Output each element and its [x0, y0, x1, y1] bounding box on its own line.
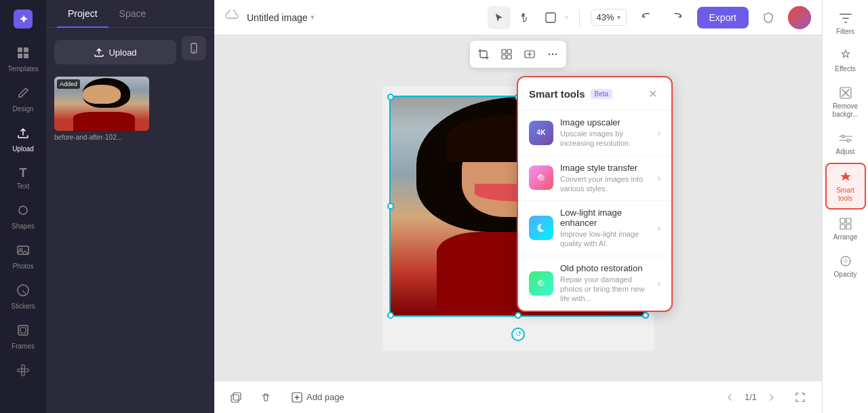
right-tool-filters[interactable]: Filters [825, 5, 866, 41]
panel-tabs: Project Space [46, 0, 214, 28]
add-page-label: Add page [307, 392, 344, 402]
select-tool-button[interactable] [488, 6, 511, 29]
export-button[interactable]: Export [697, 7, 749, 28]
svg-rect-35 [846, 224, 851, 229]
zoom-control[interactable]: 43% ▾ [591, 9, 627, 26]
restore-name: Old photo restoration [560, 263, 650, 273]
svg-point-4 [19, 206, 27, 214]
frame-tool-button[interactable] [539, 6, 562, 29]
thumbnail-area: Added before-and-after-102... [54, 77, 206, 141]
effects-label: Effects [835, 65, 855, 73]
redo-button[interactable] [666, 6, 689, 29]
app-logo[interactable]: ✦ [14, 9, 33, 28]
upscaler-arrow: › [657, 127, 660, 138]
delete-button[interactable] [255, 387, 277, 408]
cloud-icon [225, 10, 239, 24]
opacity-icon [838, 254, 853, 269]
hand-tool-button[interactable] [513, 6, 536, 29]
style-transfer-desc: Convert your images into various styles. [560, 174, 650, 194]
effects-icon [838, 48, 853, 63]
logo-area[interactable]: ✦ [9, 5, 37, 33]
handle-mid-left[interactable] [387, 203, 394, 210]
prev-page-button[interactable] [720, 388, 739, 407]
frames-label: Frames [12, 342, 35, 350]
upload-row: Upload [54, 36, 206, 68]
svg-rect-0 [18, 47, 22, 52]
user-avatar[interactable] [788, 6, 811, 29]
style-arrow: › [657, 172, 660, 183]
right-tool-adjust[interactable]: Adjust [825, 125, 866, 161]
copy-frame-button[interactable] [225, 387, 247, 408]
style-transfer-text: Image style transfer Convert your images… [560, 163, 650, 194]
svg-rect-2 [18, 54, 22, 58]
right-tool-smart-tools[interactable]: Smart tools [825, 163, 866, 210]
sidebar-item-templates[interactable]: Templates [4, 41, 42, 78]
upscaler-text: Image upscaler Upscale images by increas… [560, 117, 650, 149]
next-page-button[interactable] [762, 388, 781, 407]
upload-icon [16, 126, 30, 143]
sidebar-item-text[interactable]: T Text [4, 161, 42, 195]
svg-rect-23 [231, 395, 239, 402]
svg-rect-24 [233, 393, 241, 400]
right-tool-remove-bg[interactable]: Remove backgr... [825, 80, 866, 124]
main-area: Untitled image ▾ ▾ [214, 0, 822, 413]
handle-bottom-right[interactable] [642, 312, 649, 319]
tab-space[interactable]: Space [108, 0, 157, 27]
svg-rect-33 [846, 218, 851, 223]
tab-project[interactable]: Project [57, 0, 108, 27]
smart-tool-upscaler[interactable]: 4K Image upscaler Upscale images by incr… [518, 111, 671, 156]
upload-btn-icon [94, 47, 104, 58]
frame-caret-icon: ▾ [565, 14, 568, 21]
canvas-wrapper: Page 1 [214, 35, 822, 380]
page-navigation: 1/1 [720, 388, 781, 407]
sidebar-item-frames[interactable]: Frames [4, 318, 42, 355]
sidebar-item-shapes[interactable]: Shapes [4, 198, 42, 235]
shield-button[interactable] [757, 6, 780, 29]
right-tool-opacity[interactable]: Opacity [825, 248, 866, 284]
sidebar-item-photos[interactable]: Photos [4, 238, 42, 275]
lowlight-desc: Improve low-light image quality with AI. [560, 229, 650, 249]
handle-bottom-left[interactable] [387, 312, 394, 319]
undo-button[interactable] [635, 6, 658, 29]
style-transfer-name: Image style transfer [560, 163, 650, 173]
sidebar-item-stickers[interactable]: Stickers [4, 278, 42, 315]
right-tool-arrange[interactable]: Arrange [825, 211, 866, 247]
lowlight-text: Low-light image enhancer Improve low-lig… [560, 208, 650, 249]
arrange-icon [838, 216, 853, 231]
upscaler-icon: 4K [529, 121, 553, 145]
close-smart-tools-button[interactable]: ✕ [644, 85, 660, 102]
svg-point-20 [552, 54, 553, 55]
zoom-value: 43% [597, 12, 614, 22]
text-label: Text [17, 182, 29, 190]
sidebar-item-upload[interactable]: Upload [4, 121, 42, 158]
frames-icon [16, 323, 30, 340]
document-title[interactable]: Untitled image ▾ [247, 12, 315, 23]
svg-rect-14 [502, 50, 506, 54]
handle-top-left[interactable] [387, 94, 394, 100]
smart-tool-style-transfer[interactable]: Image style transfer Convert your images… [518, 156, 671, 201]
sidebar-item-more[interactable] [4, 358, 42, 386]
top-bar: Untitled image ▾ ▾ [214, 0, 822, 35]
add-page-button[interactable]: Add page [285, 388, 351, 407]
panel-area: Project Space Upload [46, 0, 214, 413]
rotate-handle[interactable]: ↺ [511, 328, 525, 341]
smart-tool-lowlight[interactable]: Low-light image enhancer Improve low-lig… [518, 201, 671, 256]
face-shape [83, 85, 121, 104]
added-badge: Added [57, 79, 80, 89]
expand-button[interactable] [789, 387, 811, 408]
templates-icon [16, 46, 30, 63]
upload-button[interactable]: Upload [54, 40, 176, 64]
svg-rect-1 [24, 47, 28, 52]
upload-btn-label: Upload [108, 47, 136, 58]
handle-bottom-mid[interactable] [515, 312, 521, 319]
device-button[interactable] [182, 36, 206, 60]
filename-label: before-and-after-102... [54, 134, 149, 141]
smart-tool-restore[interactable]: Old photo restoration Repair your damage… [518, 256, 671, 311]
body-shape [73, 112, 135, 131]
svg-rect-26 [840, 14, 852, 15]
svg-rect-8 [20, 328, 26, 333]
sidebar-item-design[interactable]: Design [4, 81, 42, 118]
right-tool-effects[interactable]: Effects [825, 43, 866, 79]
restore-text: Old photo restoration Repair your damage… [560, 263, 650, 304]
image-thumbnail-container[interactable]: Added before-and-after-102... [54, 77, 149, 141]
